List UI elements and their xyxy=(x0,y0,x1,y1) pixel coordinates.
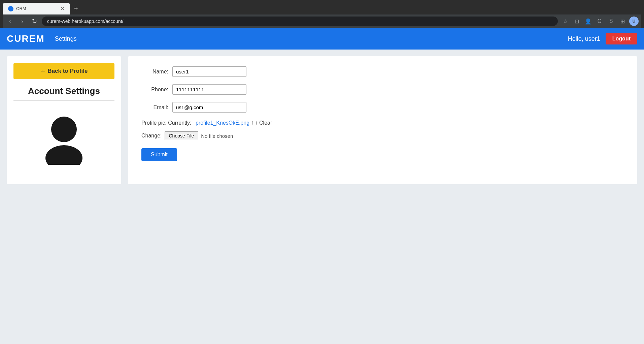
svg-point-1 xyxy=(45,145,82,165)
back-to-profile-button[interactable]: ← Back to Profile xyxy=(13,63,114,79)
settings-link[interactable]: Settings xyxy=(55,35,77,42)
tab-close-icon[interactable]: ✕ xyxy=(60,5,65,12)
phone-label: Phone: xyxy=(141,87,168,93)
new-tab-button[interactable]: + xyxy=(71,3,81,14)
divider xyxy=(13,100,114,101)
logo-text: CUREM xyxy=(7,33,45,44)
hello-text: Hello, user1 xyxy=(568,35,600,42)
browser-tab[interactable]: CRM ✕ xyxy=(3,3,70,14)
clear-label: Clear xyxy=(259,120,272,126)
name-label: Name: xyxy=(141,69,168,75)
tab-favicon xyxy=(8,6,13,11)
email-row: Email: xyxy=(141,102,624,113)
page-content: ← Back to Profile Account Settings Name:… xyxy=(0,50,644,191)
profile-pic-label: Profile pic: Currently: xyxy=(141,120,192,126)
email-input[interactable] xyxy=(172,102,246,113)
logout-button[interactable]: Logout xyxy=(606,33,637,44)
grammarly-icon[interactable]: G xyxy=(595,17,604,26)
email-label: Email: xyxy=(141,104,168,111)
skype-icon[interactable]: S xyxy=(606,17,616,26)
submit-button[interactable]: Submit xyxy=(141,148,177,161)
extensions-icon[interactable]: ⊞ xyxy=(618,17,627,26)
tab-title: CRM xyxy=(16,6,26,11)
choose-file-button[interactable]: Choose File xyxy=(165,131,199,140)
no-file-text: No file chosen xyxy=(201,133,233,139)
forward-nav-button[interactable]: › xyxy=(18,17,27,26)
media-router-icon[interactable]: ⊡ xyxy=(572,17,581,26)
name-input[interactable] xyxy=(172,66,246,77)
name-row: Name: xyxy=(141,66,624,77)
avatar-container xyxy=(37,111,91,165)
address-bar[interactable] xyxy=(42,17,558,26)
change-label: Change: xyxy=(141,133,162,139)
profile-sync-icon[interactable]: 👤 xyxy=(583,17,593,26)
app-logo[interactable]: CUREM xyxy=(7,33,45,44)
account-settings-title: Account Settings xyxy=(28,86,100,96)
clear-checkbox[interactable] xyxy=(252,121,257,125)
phone-input[interactable] xyxy=(172,84,246,95)
user-profile-icon[interactable]: U xyxy=(629,17,639,26)
left-panel: ← Back to Profile Account Settings xyxy=(7,56,121,184)
refresh-nav-button[interactable]: ↻ xyxy=(30,17,39,26)
profile-pic-row: Profile pic: Currently: profile1_KnesOkE… xyxy=(141,120,624,126)
submit-row: Submit xyxy=(141,148,624,161)
right-panel: Name: Phone: Email: Profile pic: Current… xyxy=(128,56,637,184)
back-nav-button[interactable]: ‹ xyxy=(5,17,15,26)
svg-point-0 xyxy=(51,117,77,142)
change-row: Change: Choose File No file chosen xyxy=(141,131,624,140)
navbar-right: Hello, user1 Logout xyxy=(568,33,637,44)
profile-pic-link[interactable]: profile1_KnesOkE.png xyxy=(196,120,249,126)
avatar-icon xyxy=(37,111,91,165)
bookmark-icon[interactable]: ☆ xyxy=(561,17,570,26)
phone-row: Phone: xyxy=(141,84,624,95)
app-navbar: CUREM Settings Hello, user1 Logout xyxy=(0,28,644,50)
